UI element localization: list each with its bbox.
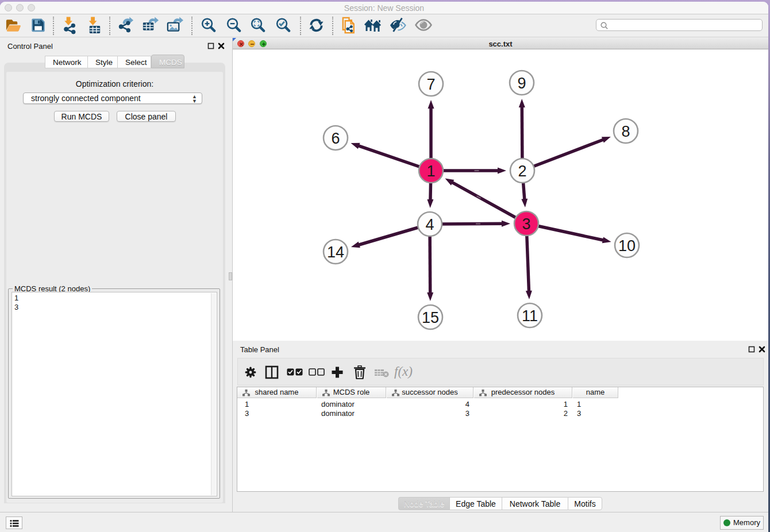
svg-text:15: 15 <box>422 309 439 326</box>
svg-text:3: 3 <box>522 215 530 233</box>
svg-text:11: 11 <box>522 307 538 325</box>
svg-text:8: 8 <box>621 123 630 140</box>
svg-text:10: 10 <box>618 237 636 255</box>
svg-text:7: 7 <box>426 76 435 93</box>
svg-text:1: 1 <box>426 163 435 180</box>
svg-text:2: 2 <box>518 163 526 180</box>
svg-text:14: 14 <box>327 244 344 261</box>
svg-text:9: 9 <box>517 75 526 92</box>
svg-text:6: 6 <box>331 130 340 147</box>
svg-text:4: 4 <box>425 216 434 233</box>
